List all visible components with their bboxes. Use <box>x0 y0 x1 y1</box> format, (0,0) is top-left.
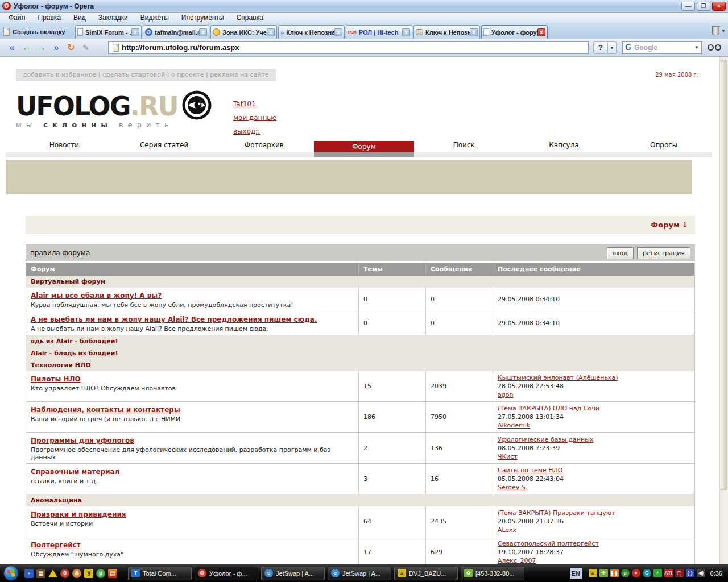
sim-icon[interactable]: § <box>84 569 93 578</box>
help-dropdown-icon[interactable]: ▼ <box>608 41 617 54</box>
edit-icon[interactable]: ✎ <box>78 41 93 55</box>
taskbar-button[interactable]: ▲ DVJ_BAZU... <box>394 567 458 580</box>
forward-icon[interactable]: → <box>34 41 49 55</box>
last-author-link[interactable]: Alkodemik <box>498 421 690 430</box>
taskbar-button[interactable]: ✿ [453-332-80... <box>461 567 524 580</box>
forum-rules-link[interactable]: правила форума <box>30 249 90 257</box>
menu-file[interactable]: Файл <box>2 13 32 23</box>
last-author-link[interactable]: ALexx <box>498 526 690 534</box>
taskbar-button[interactable]: e JetSwap | A... <box>328 567 391 580</box>
nav-articles[interactable]: Серия статей <box>114 141 214 152</box>
last-author-link[interactable]: agon <box>498 390 690 399</box>
menu-tools[interactable]: Инструменты <box>175 13 230 23</box>
last-author-link[interactable]: Алекс_2007 <box>498 556 690 564</box>
service-links[interactable]: добавить в избранное | сделать стартовой… <box>16 69 276 81</box>
forum-link[interactable]: Наблюдения, контакты и контактеры <box>31 406 180 414</box>
tray-monitor-icon[interactable]: ▢ <box>675 569 684 577</box>
tab-close-icon[interactable]: x <box>131 28 139 36</box>
last-topic-link[interactable]: Уфологические базы данных <box>498 435 690 444</box>
tray-sync-icon[interactable]: C <box>643 569 651 577</box>
trash-dropdown-icon[interactable]: ▼ <box>721 28 726 34</box>
minimize-button[interactable]: — <box>681 2 695 11</box>
url-field[interactable] <box>108 41 589 54</box>
utorrent-icon[interactable]: µ <box>96 569 105 578</box>
tab-kluch-1[interactable]: » Ключ к Непознан... x <box>278 25 345 39</box>
last-author-link[interactable]: ЧКист <box>498 452 690 461</box>
tray-compass-icon[interactable]: ● <box>632 569 640 577</box>
delta-icon[interactable] <box>48 569 57 577</box>
tab-close-icon[interactable]: x <box>470 28 478 36</box>
last-topic-link[interactable]: (Тема ЗАКРЫТА) НЛО над Сочи <box>498 404 690 413</box>
last-author-link[interactable]: Sergey S. <box>498 483 690 492</box>
amp-icon[interactable]: A <box>72 569 81 578</box>
tab-close-icon[interactable]: x <box>537 28 545 36</box>
tab-close-icon[interactable]: x <box>334 28 342 36</box>
closed-tabs-control[interactable]: ▼ <box>712 25 726 39</box>
tab-close-icon[interactable]: x <box>267 28 275 36</box>
menu-view[interactable]: Вид <box>67 13 92 23</box>
tray-ati-icon[interactable]: ATI <box>664 569 673 577</box>
forum-link[interactable]: Alair мы все ебали в жопу! А вы? <box>31 292 162 300</box>
tab-zona-iks[interactable]: Зона ИКС: Учебн... x <box>210 25 277 39</box>
tab-rol[interactable]: РОЛ РОЛ | Hi-tech x <box>346 25 412 39</box>
url-input[interactable] <box>122 43 585 52</box>
tab-close-icon[interactable]: x <box>199 28 207 36</box>
floppy-icon[interactable]: ▪ <box>24 569 34 578</box>
help-button[interactable]: ? <box>593 41 608 54</box>
close-button[interactable]: × <box>712 2 726 11</box>
nav-photoarchive[interactable]: Фотоархив <box>214 141 314 152</box>
vertical-scrollbar[interactable] <box>719 57 728 564</box>
forum-link[interactable]: Программы для уфологов <box>31 436 134 444</box>
tv-icon[interactable]: ▦ <box>36 569 46 578</box>
reload-icon[interactable]: ↻ <box>64 41 78 55</box>
tab-ufolog-active[interactable]: Уфолог - форум x <box>481 25 548 39</box>
menu-bookmarks[interactable]: Закладки <box>92 13 134 23</box>
restore-button[interactable]: ❐ <box>697 2 710 11</box>
media-icon[interactable]: ▤ <box>108 569 117 578</box>
tab-close-icon[interactable]: x <box>402 28 410 36</box>
profile-link[interactable]: мои данные <box>233 114 276 122</box>
forum-link[interactable]: Призраки и привидения <box>31 510 126 518</box>
last-topic-link[interactable]: Севастопольский полтергейст <box>498 539 690 548</box>
tab-kluch-2[interactable]: Ключ к Непознан... x <box>413 25 480 39</box>
last-topic-link[interactable]: Кыштымский энлонавт (Алёшенька) <box>498 373 690 382</box>
menu-edit[interactable]: Правка <box>32 13 68 23</box>
taskbar-clock[interactable]: 0:36 <box>710 570 722 577</box>
tray-pause-icon[interactable]: ❚❚ <box>610 569 619 577</box>
tab-mail[interactable]: @ tafmain@mail.r... x <box>143 25 209 39</box>
forum-link[interactable]: А не выебать ли нам в жопу нашу Alail? В… <box>31 315 317 323</box>
forum-link[interactable]: Полтергейст <box>31 541 81 549</box>
username-link[interactable]: Taf101 <box>233 100 276 108</box>
trash-icon[interactable] <box>712 27 719 35</box>
back-icon[interactable]: ← <box>19 41 34 55</box>
logout-link[interactable]: выход:: <box>233 127 276 135</box>
last-topic-link[interactable]: Сайты по теме НЛО <box>498 466 690 475</box>
new-tab-button[interactable]: Создать вкладку <box>2 26 75 38</box>
start-button[interactable] <box>3 566 19 581</box>
nav-forum-active[interactable]: Форум <box>314 141 414 152</box>
fast-forward-icon[interactable]: » <box>49 41 64 55</box>
tray-utorrent-icon[interactable]: µ <box>621 569 630 577</box>
nav-capsule[interactable]: Капсула <box>514 141 614 152</box>
tab-simix[interactable]: SimIX Forum - ... x <box>75 25 142 39</box>
last-topic-link[interactable]: (Тема ЗАКРЫТА) Призраки танцуют <box>498 509 690 517</box>
taskbar-button[interactable]: T Total Com... <box>128 567 192 580</box>
rewind-icon[interactable]: « <box>5 41 19 55</box>
login-button[interactable]: вход <box>607 247 634 259</box>
search-dropdown-icon[interactable]: ▼ <box>694 45 699 50</box>
forum-link[interactable]: Справочный материал <box>31 468 119 476</box>
menu-help[interactable]: Справка <box>230 13 270 23</box>
taskbar-button[interactable]: e JetSwap | A... <box>261 567 325 580</box>
tray-power-icon[interactable]: ⚡ <box>653 569 662 577</box>
taskbar-button-active[interactable]: O Уфолог - ф... <box>195 567 258 580</box>
nav-news[interactable]: Новости <box>14 141 114 152</box>
register-button[interactable]: регистрация <box>637 247 690 259</box>
tray-volume-icon[interactable]: ◀) <box>697 569 705 577</box>
menu-widgets[interactable]: Виджеты <box>134 13 175 23</box>
nav-search[interactable]: Поиск <box>414 141 514 152</box>
scrollbar-thumb[interactable] <box>721 60 727 490</box>
site-logo[interactable]: UFOLOG .RU мы склонны верить <box>16 90 212 129</box>
find-glasses-icon[interactable] <box>708 44 721 51</box>
tray-agent-icon[interactable]: ✣ <box>599 569 608 577</box>
language-indicator[interactable]: EN <box>570 568 582 579</box>
